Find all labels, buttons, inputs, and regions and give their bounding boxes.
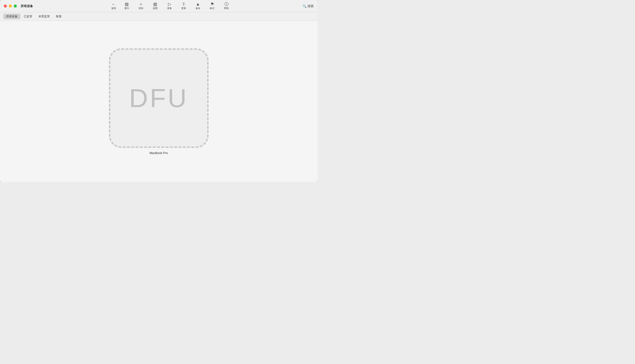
update-icon: ⇧ (182, 2, 185, 6)
tag-button[interactable]: ⚑ 标记 (205, 2, 219, 10)
add-icon: + (140, 2, 142, 6)
back-button[interactable]: ← 返回 (108, 2, 120, 10)
all-devices-tab[interactable]: 所有设备 (3, 14, 21, 19)
update-button[interactable]: ⇧ 更新 (176, 2, 191, 10)
help-button[interactable]: ⓘ 帮助 (219, 2, 234, 10)
blueprint-icon: ▧ (153, 2, 157, 6)
search-label: 搜索 (308, 4, 314, 8)
help-icon: ⓘ (225, 2, 229, 6)
blueprint-button[interactable]: ▧ 蓝图 (148, 2, 162, 10)
display-label: 显示 (124, 7, 129, 10)
tag-icon: ⚑ (210, 2, 214, 6)
blueprint-label: 蓝图 (153, 7, 158, 10)
backup-label: 备份 (195, 7, 200, 10)
minimize-button[interactable] (9, 4, 12, 8)
titlebar: 所有设备 ← 返回 ▨ 显示 + 添加 ▧ 蓝图 (0, 0, 317, 12)
display-icon: ▨ (125, 2, 129, 6)
toolbar: ← 返回 ▨ 显示 + 添加 ▧ 蓝图 ▷ 准备 (39, 2, 303, 10)
unmonitored-tab[interactable]: 未受监管 (36, 14, 53, 19)
device-name-label: MacBook Pro (149, 151, 168, 155)
dfu-container: DFU MacBook Pro (109, 48, 208, 155)
tag-label: 标记 (210, 7, 215, 10)
back-icon: ← (112, 2, 116, 6)
dfu-box: DFU (109, 48, 208, 148)
display-button[interactable]: ▨ 显示 (120, 2, 134, 10)
maximize-button[interactable] (14, 4, 17, 8)
add-button[interactable]: + 添加 (134, 2, 148, 10)
traffic-lights (4, 4, 17, 8)
monitored-tab[interactable]: 已监管 (21, 14, 35, 19)
window-title: 所有设备 (21, 4, 33, 8)
restore-tab[interactable]: 恢复 (53, 14, 65, 19)
add-label: 添加 (139, 7, 143, 10)
prepare-label: 准备 (167, 7, 172, 10)
search-area[interactable]: 🔍 搜索 (303, 4, 314, 8)
backup-icon: ▲ (196, 2, 200, 6)
back-label: 返回 (111, 7, 116, 10)
close-button[interactable] (4, 4, 7, 8)
help-label: 帮助 (224, 7, 229, 10)
search-icon: 🔍 (303, 4, 307, 8)
prepare-button[interactable]: ▷ 准备 (162, 2, 176, 10)
main-content: DFU MacBook Pro (0, 21, 317, 182)
main-window: 所有设备 ← 返回 ▨ 显示 + 添加 ▧ 蓝图 (0, 0, 317, 182)
prepare-icon: ▷ (168, 2, 171, 6)
segbar: 所有设备 已监管 未受监管 恢复 (0, 12, 317, 21)
backup-button[interactable]: ▲ 备份 (191, 2, 205, 10)
dfu-label: DFU (129, 83, 188, 113)
update-label: 更新 (181, 7, 186, 10)
